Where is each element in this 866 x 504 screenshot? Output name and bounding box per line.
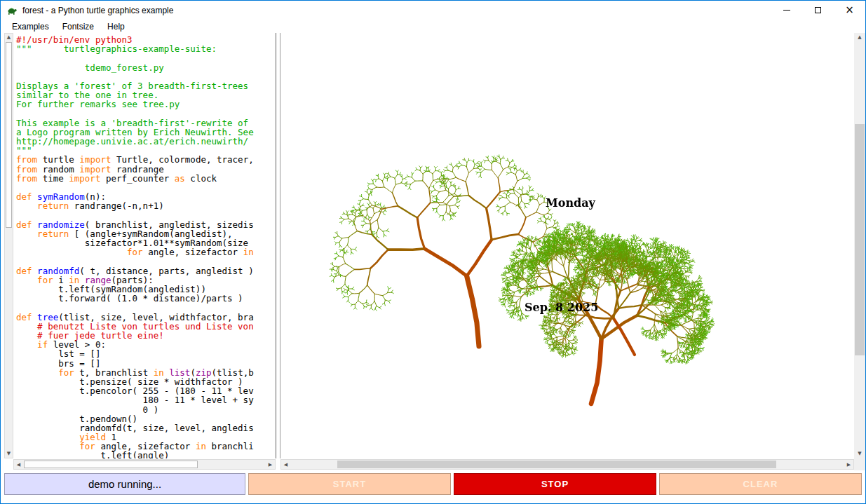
code-line: """ turtlegraphics-example-suite:: [16, 44, 276, 53]
canvas-wrap: MondaySep. 8 2025: [280, 33, 854, 458]
code-pane: ▲ ▼ #!/usr/bin/env python3""" turtlegrap…: [1, 33, 276, 458]
close-icon: ×: [845, 5, 854, 15]
maximize-icon: [815, 7, 821, 13]
code-line: for angle, sizefactor in: [16, 247, 276, 257]
canvas-hscroll-thumb[interactable]: [337, 461, 776, 468]
window-title: forest - a Python turtle graphics exampl…: [22, 6, 173, 15]
turtle-canvas: [280, 33, 854, 458]
code-vscroll-thumb[interactable]: [6, 42, 12, 228]
canvas-pane: MondaySep. 8 2025 ▲ ▼: [280, 33, 865, 458]
scroll-left-icon[interactable]: ◀: [281, 460, 290, 469]
pane-divider: [276, 33, 280, 458]
scroll-up-icon[interactable]: ▲: [5, 34, 13, 41]
code-text[interactable]: #!/usr/bin/env python3""" turtlegraphics…: [13, 33, 276, 458]
hscroll-gap: [276, 458, 280, 470]
code-line: t.forward( (1.0 * distance)/parts ): [16, 294, 276, 303]
start-button[interactable]: START: [248, 473, 451, 495]
title-bar: forest - a Python turtle graphics exampl…: [1, 1, 865, 20]
status-label: demo running...: [4, 473, 245, 495]
menu-item-fontsize[interactable]: Fontsize: [57, 21, 99, 32]
turtle-app-icon: [6, 5, 18, 16]
canvas-text: Monday: [546, 196, 595, 210]
code-vertical-scrollbar[interactable]: ▲ ▼: [4, 33, 13, 458]
code-line: tdemo_forest.py: [16, 63, 276, 72]
code-line: from time import perf_counter as clock: [16, 174, 276, 183]
scroll-up-icon[interactable]: ▲: [854, 33, 865, 42]
minimize-icon: [783, 10, 790, 11]
code-line: t.left(angle): [16, 451, 276, 458]
scroll-corner: [854, 458, 865, 470]
clear-button[interactable]: CLEAR: [659, 473, 862, 495]
scroll-left-icon[interactable]: ◀: [14, 460, 23, 469]
scroll-right-icon[interactable]: ▶: [844, 460, 853, 469]
main-area: ▲ ▼ #!/usr/bin/env python3""" turtlegrap…: [1, 33, 865, 458]
code-line: http://homepage.univie.ac.at/erich.neuwi…: [16, 137, 276, 146]
scroll-right-icon[interactable]: ▶: [266, 460, 275, 469]
menu-bar: ExamplesFontsizeHelp: [1, 20, 865, 33]
menu-item-examples[interactable]: Examples: [7, 21, 54, 32]
button-row: demo running... STARTSTOPCLEAR: [1, 470, 865, 503]
code-horizontal-scrollbar[interactable]: ◀ ▶: [13, 459, 276, 470]
menu-item-help[interactable]: Help: [102, 21, 130, 32]
window-controls: ×: [771, 1, 865, 20]
code-line: For further remarks see tree.py: [16, 100, 276, 109]
maximize-button[interactable]: [802, 1, 834, 20]
code-hscroll-thumb[interactable]: [24, 461, 198, 468]
close-button[interactable]: ×: [834, 1, 865, 20]
minimize-button[interactable]: [771, 1, 802, 20]
app-window: forest - a Python turtle graphics exampl…: [0, 0, 866, 504]
scroll-down-icon[interactable]: ▼: [854, 449, 865, 458]
stop-button[interactable]: STOP: [454, 473, 656, 495]
hscroll-row: ◀ ▶ ◀ ▶: [1, 458, 865, 470]
canvas-text: Sep. 8 2025: [525, 301, 598, 314]
scroll-down-icon[interactable]: ▼: [5, 450, 13, 458]
canvas-horizontal-scrollbar[interactable]: ◀ ▶: [280, 459, 854, 470]
canvas-vscroll-thumb[interactable]: [855, 124, 865, 355]
canvas-vertical-scrollbar[interactable]: ▲ ▼: [854, 33, 865, 458]
code-line: return randrange(-n,n+1): [16, 201, 276, 210]
